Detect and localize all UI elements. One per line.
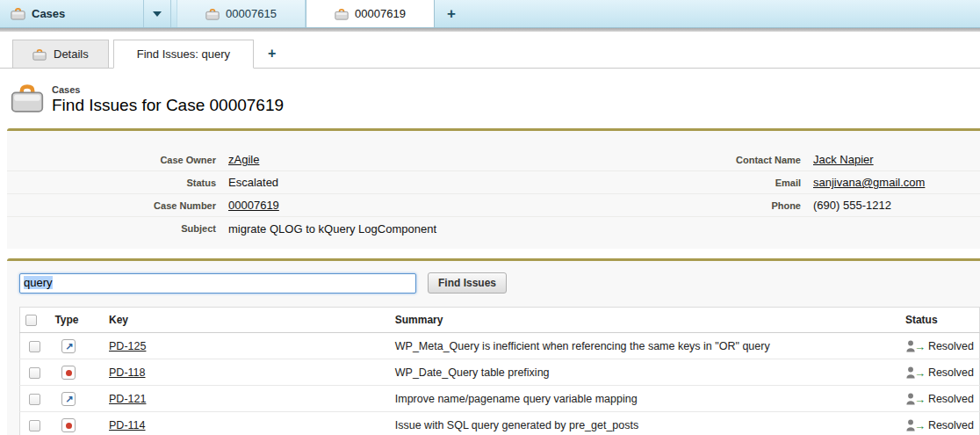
issues-table: Type Key Summary Status PD-125 WP_Meta_Q… <box>19 307 980 435</box>
field-label: Subject <box>7 223 228 234</box>
table-row: PD-114 Issue with SQL query generated by… <box>20 412 980 435</box>
field-status: Status Escalated <box>7 171 494 194</box>
issue-key-link[interactable]: PD-118 <box>109 366 145 379</box>
subtab-find-issues-label: Find Issues: query <box>137 47 230 61</box>
issue-type-bug-icon <box>61 366 76 380</box>
find-issues-button[interactable]: Find Issues <box>428 272 507 294</box>
tab-case-00007619[interactable]: 00007619 <box>306 0 435 27</box>
table-row: PD-121 Improve name/pagename query varia… <box>20 386 980 412</box>
chevron-down-icon <box>153 11 162 17</box>
issue-status: Resolved <box>928 366 974 379</box>
page-eyebrow: Cases <box>52 84 284 95</box>
tab-case-label: 00007615 <box>226 7 277 20</box>
resolved-arrow-icon: → <box>914 366 926 380</box>
table-row: PD-118 WP_Date_Query table prefixing → R… <box>20 359 980 386</box>
status-value: Escalated <box>228 176 278 189</box>
table-row: PD-125 WP_Meta_Query is inefficient when… <box>20 333 980 359</box>
field-subject: Subject migrate QLOG to kQuery LogCompon… <box>7 217 494 240</box>
field-contact-name: Contact Name Jack Napier <box>494 149 980 171</box>
cases-object-icon <box>11 83 44 112</box>
issue-status: Resolved <box>928 419 974 431</box>
subject-value: migrate QLOG to kQuery LogComponent <box>228 222 436 236</box>
tab-cases-label: Cases <box>32 7 65 20</box>
case-icon <box>205 8 220 20</box>
plus-icon: + <box>268 46 276 62</box>
subtab-find-issues[interactable]: Find Issues: query <box>113 40 254 69</box>
field-case-number: Case Number 00007619 <box>7 194 494 217</box>
email-link[interactable]: sanjivana@gmail.com <box>813 176 925 189</box>
col-header-key: Key <box>104 308 390 333</box>
field-case-owner: Case Owner zAgile <box>7 149 494 171</box>
issue-key-link[interactable]: PD-121 <box>109 393 146 405</box>
tab-case-00007615[interactable]: 00007615 <box>177 0 306 27</box>
issue-key-link[interactable]: PD-125 <box>109 340 146 352</box>
field-email: Email sanjivana@gmail.com <box>494 171 980 194</box>
case-owner-link[interactable]: zAgile <box>228 153 259 166</box>
issue-summary: WP_Meta_Query is inefficient when refere… <box>390 333 900 359</box>
field-phone: Phone (690) 555-1212 <box>494 194 980 217</box>
resolved-arrow-icon: → <box>914 419 926 432</box>
issue-summary: WP_Date_Query table prefixing <box>390 359 900 386</box>
issue-type-improvement-icon <box>61 339 76 353</box>
field-label: Case Number <box>7 200 228 211</box>
issue-status: Resolved <box>928 340 974 352</box>
col-header-type: Type <box>49 308 104 333</box>
row-checkbox[interactable] <box>29 394 40 405</box>
col-header-status: Status <box>900 308 980 333</box>
case-icon <box>32 48 47 61</box>
field-label: Case Owner <box>7 155 228 165</box>
issue-summary: Issue with SQL query generated by pre_ge… <box>390 412 900 435</box>
issue-summary: Improve name/pagename query variable map… <box>390 386 900 412</box>
field-label: Contact Name <box>494 155 813 165</box>
resolved-arrow-icon: → <box>914 393 926 406</box>
tabbar-shadow-strip <box>0 28 980 32</box>
field-label: Email <box>494 178 813 188</box>
tab-cases[interactable]: Cases <box>0 0 144 27</box>
resolved-arrow-icon: → <box>914 340 926 353</box>
row-checkbox[interactable] <box>29 420 40 431</box>
tab-case-label: 00007619 <box>355 7 406 20</box>
field-label: Phone <box>494 200 813 211</box>
issue-type-improvement-icon <box>61 392 76 406</box>
search-input-value: query <box>24 276 53 289</box>
page-title: Find Issues for Case 00007619 <box>52 96 284 115</box>
row-checkbox[interactable] <box>29 341 40 352</box>
plus-icon: + <box>447 5 456 23</box>
select-all-checkbox[interactable] <box>25 315 37 326</box>
page-header: Cases Find Issues for Case 00007619 <box>11 83 980 115</box>
issue-key-link[interactable]: PD-114 <box>109 419 145 431</box>
case-icon <box>11 7 25 20</box>
issue-type-bug-icon <box>61 418 76 432</box>
subtab-details[interactable]: Details <box>12 40 109 68</box>
add-workspace-tab-button[interactable]: + <box>435 0 468 27</box>
field-label: Status <box>7 178 228 188</box>
issue-status: Resolved <box>928 393 974 405</box>
workspace-tabbar: Cases 00007615 00007619 + <box>0 0 980 28</box>
issues-table-header-row: Type Key Summary Status <box>20 308 980 333</box>
case-subtab-bar: Details Find Issues: query + <box>0 40 980 69</box>
case-number-link[interactable]: 00007619 <box>228 199 279 212</box>
row-checkbox[interactable] <box>29 367 40 379</box>
add-subtab-button[interactable]: + <box>254 40 290 68</box>
phone-value: (690) 555-1212 <box>813 199 891 212</box>
cases-tab-dropdown[interactable] <box>144 0 171 27</box>
find-issues-panel: query Find Issues Type Key Summary Statu… <box>7 258 980 435</box>
find-issues-search-input[interactable]: query <box>19 273 416 294</box>
case-icon <box>335 8 349 20</box>
subtab-details-label: Details <box>54 47 89 61</box>
col-header-summary: Summary <box>390 308 900 333</box>
contact-name-link[interactable]: Jack Napier <box>813 153 874 166</box>
case-detail-panel: Case Owner zAgile Status Escalated Case … <box>7 128 980 249</box>
